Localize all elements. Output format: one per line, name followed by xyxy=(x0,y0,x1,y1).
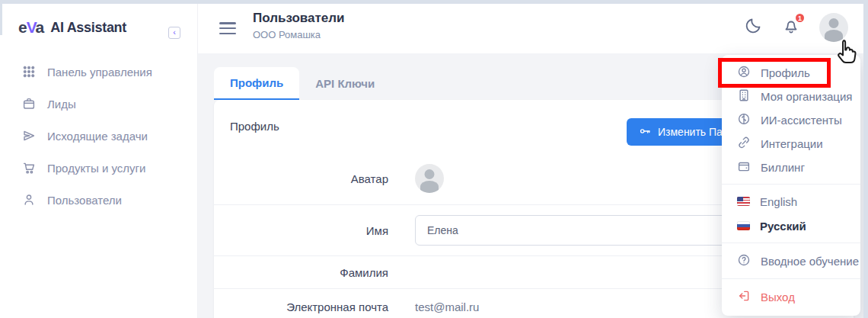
sidebar-item-products[interactable]: Продукты и услуги xyxy=(0,152,197,184)
logo-mark: eVa xyxy=(18,18,43,37)
sidebar-nav: Панель управления Лиды Исходящие задачи … xyxy=(0,56,197,216)
user-circle-icon xyxy=(737,65,751,81)
sidebar: eVa AI Assistant ‹ Панель управления Лид… xyxy=(0,4,198,318)
notifications-button[interactable]: 1 xyxy=(781,18,801,37)
sidebar-item-users[interactable]: Пользователи xyxy=(0,184,197,216)
sidebar-collapse-button[interactable]: ‹ xyxy=(168,27,180,39)
user-menu-dropdown: Профиль Моя организация ИИ-ассистенты Ин… xyxy=(722,55,860,316)
menu-item-lang-english[interactable]: English xyxy=(722,189,860,214)
cart-icon xyxy=(21,161,36,175)
moon-icon xyxy=(744,17,762,38)
sidebar-item-label: Исходящие задачи xyxy=(47,130,148,143)
topbar: Пользователи ООО Ромашка 1 xyxy=(198,4,863,53)
field-label-email: Электронная почта xyxy=(214,300,388,313)
screenshot-edge-left xyxy=(0,0,2,35)
tab-api-keys[interactable]: API Ключи xyxy=(299,67,391,100)
briefcase-icon xyxy=(21,97,36,111)
sidebar-item-label: Панель управления xyxy=(47,66,152,79)
user-avatar-button[interactable] xyxy=(819,13,848,42)
menu-divider xyxy=(722,243,860,243)
question-icon xyxy=(737,253,751,269)
building-icon xyxy=(737,88,751,104)
grid-icon xyxy=(21,65,36,79)
menu-item-lang-russian[interactable]: Русский xyxy=(722,214,860,238)
screenshot-edge-top xyxy=(0,0,868,4)
menu-item-integrations[interactable]: Интеграции xyxy=(722,132,860,156)
page-title: Пользователи xyxy=(253,11,345,26)
menu-item-onboarding[interactable]: Вводное обучение xyxy=(722,248,860,274)
sidebar-item-dashboard[interactable]: Панель управления xyxy=(0,56,197,88)
screenshot-edge-right xyxy=(863,0,868,318)
dark-mode-toggle[interactable] xyxy=(743,18,763,37)
hamburger-menu-icon[interactable] xyxy=(219,22,236,34)
menu-item-billing[interactable]: Биллинг xyxy=(722,156,860,179)
field-label-name: Имя xyxy=(214,224,388,237)
brain-icon xyxy=(737,112,751,128)
us-flag-icon xyxy=(737,197,750,206)
wallet-icon xyxy=(737,159,751,175)
tab-profile[interactable]: Профиль xyxy=(214,67,299,100)
notification-badge: 1 xyxy=(794,12,806,24)
link-icon xyxy=(737,136,751,152)
menu-divider xyxy=(722,278,860,279)
app-window: eVa AI Assistant ‹ Панель управления Лид… xyxy=(0,0,868,318)
menu-item-ai-assistants[interactable]: ИИ-ассистенты xyxy=(722,108,860,132)
sidebar-item-outgoing-tasks[interactable]: Исходящие задачи xyxy=(0,120,197,152)
section-title: Профиль xyxy=(230,120,279,133)
send-icon xyxy=(21,129,36,143)
menu-item-organization[interactable]: Моя организация xyxy=(722,85,860,108)
sidebar-item-label: Лиды xyxy=(47,98,76,111)
email-value: test@mail.ru xyxy=(415,300,479,313)
avatar-silhouette xyxy=(829,18,839,28)
field-label-lastname: Фамилия xyxy=(214,266,388,279)
user-icon xyxy=(21,193,36,207)
menu-item-logout[interactable]: Выход xyxy=(722,284,860,310)
logo: eVa AI Assistant ‹ xyxy=(0,4,197,51)
field-label-avatar: Аватар xyxy=(214,172,388,185)
key-icon xyxy=(639,125,651,140)
sidebar-item-label: Пользователи xyxy=(47,194,122,207)
ru-flag-icon xyxy=(737,221,750,230)
logo-title: AI Assistant xyxy=(50,20,126,36)
sidebar-item-label: Продукты и услуги xyxy=(47,162,145,175)
sidebar-item-leads[interactable]: Лиды xyxy=(0,88,197,120)
menu-item-profile[interactable]: Профиль xyxy=(722,61,860,85)
menu-divider xyxy=(722,184,860,185)
avatar-placeholder[interactable] xyxy=(415,164,444,193)
tab-bar: Профиль API Ключи xyxy=(214,67,391,100)
page-subtitle: ООО Ромашка xyxy=(253,29,321,40)
logout-icon xyxy=(737,289,751,305)
